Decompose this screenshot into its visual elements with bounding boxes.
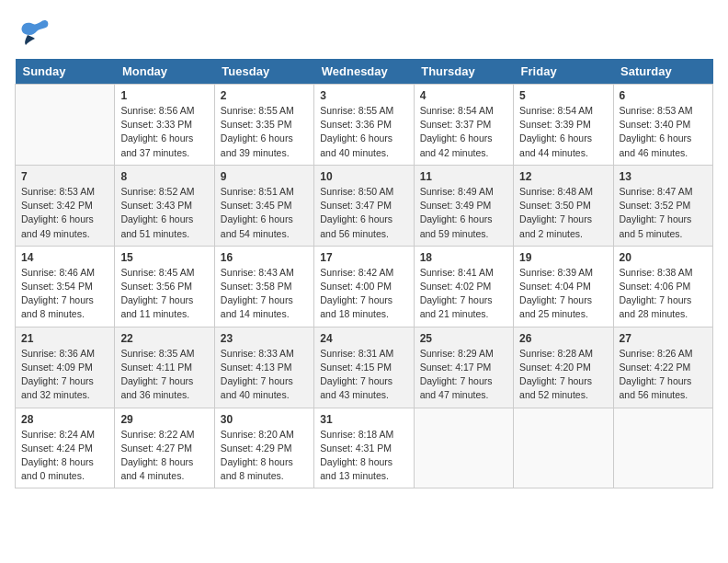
- day-info: Sunrise: 8:46 AMSunset: 3:54 PMDaylight:…: [21, 266, 108, 322]
- day-info: Sunrise: 8:51 AMSunset: 3:45 PMDaylight:…: [221, 185, 308, 241]
- day-info: Sunrise: 8:43 AMSunset: 3:58 PMDaylight:…: [221, 266, 308, 322]
- day-info: Sunrise: 8:41 AMSunset: 4:02 PMDaylight:…: [420, 266, 507, 322]
- day-number: 12: [519, 170, 607, 183]
- calendar-week-row: 28Sunrise: 8:24 AMSunset: 4:24 PMDayligh…: [16, 408, 713, 488]
- calendar-week-row: 1Sunrise: 8:56 AMSunset: 3:33 PMDaylight…: [16, 85, 713, 166]
- day-number: 17: [320, 251, 407, 264]
- calendar-cell: 23Sunrise: 8:33 AMSunset: 4:13 PMDayligh…: [214, 327, 313, 408]
- calendar-cell: 15Sunrise: 8:45 AMSunset: 3:56 PMDayligh…: [115, 246, 214, 327]
- weekday-header-friday: Friday: [514, 59, 613, 85]
- day-number: 11: [420, 170, 507, 183]
- day-number: 20: [620, 251, 707, 264]
- day-number: 21: [21, 332, 108, 345]
- calendar-cell: 25Sunrise: 8:29 AMSunset: 4:17 PMDayligh…: [414, 327, 513, 408]
- day-number: 16: [221, 251, 308, 264]
- day-number: 5: [519, 89, 607, 102]
- day-number: 28: [21, 413, 108, 426]
- day-number: 2: [221, 89, 308, 102]
- day-info: Sunrise: 8:47 AMSunset: 3:52 PMDaylight:…: [620, 185, 707, 241]
- day-number: 10: [320, 170, 407, 183]
- logo-icon: [15, 15, 51, 52]
- day-info: Sunrise: 8:52 AMSunset: 3:43 PMDaylight:…: [120, 185, 208, 241]
- day-info: Sunrise: 8:35 AMSunset: 4:11 PMDaylight:…: [120, 347, 208, 403]
- calendar-cell: 8Sunrise: 8:52 AMSunset: 3:43 PMDaylight…: [115, 165, 214, 246]
- day-info: Sunrise: 8:26 AMSunset: 4:22 PMDaylight:…: [620, 347, 707, 403]
- day-info: Sunrise: 8:22 AMSunset: 4:27 PMDaylight:…: [120, 428, 208, 484]
- day-number: 4: [420, 89, 507, 102]
- day-info: Sunrise: 8:42 AMSunset: 4:00 PMDaylight:…: [320, 266, 407, 322]
- calendar-cell: 3Sunrise: 8:55 AMSunset: 3:36 PMDaylight…: [314, 85, 414, 166]
- calendar-body: 1Sunrise: 8:56 AMSunset: 3:33 PMDaylight…: [16, 85, 713, 488]
- calendar-cell: 13Sunrise: 8:47 AMSunset: 3:52 PMDayligh…: [613, 165, 712, 246]
- day-info: Sunrise: 8:56 AMSunset: 3:33 PMDaylight:…: [120, 104, 208, 160]
- calendar-cell: 2Sunrise: 8:55 AMSunset: 3:35 PMDaylight…: [214, 85, 313, 166]
- weekday-header-row: SundayMondayTuesdayWednesdayThursdayFrid…: [16, 59, 713, 85]
- day-number: 18: [420, 251, 507, 264]
- day-info: Sunrise: 8:45 AMSunset: 3:56 PMDaylight:…: [120, 266, 208, 322]
- day-info: Sunrise: 8:50 AMSunset: 3:47 PMDaylight:…: [320, 185, 407, 241]
- day-info: Sunrise: 8:29 AMSunset: 4:17 PMDaylight:…: [420, 347, 507, 403]
- day-number: 25: [420, 332, 507, 345]
- day-number: 31: [320, 413, 407, 426]
- day-number: 19: [519, 251, 607, 264]
- calendar-cell: 20Sunrise: 8:38 AMSunset: 4:06 PMDayligh…: [613, 246, 712, 327]
- day-number: 15: [120, 251, 208, 264]
- day-number: 6: [620, 89, 707, 102]
- day-info: Sunrise: 8:33 AMSunset: 4:13 PMDaylight:…: [221, 347, 308, 403]
- day-number: 13: [620, 170, 707, 183]
- day-info: Sunrise: 8:53 AMSunset: 3:40 PMDaylight:…: [620, 104, 707, 160]
- calendar-cell: 31Sunrise: 8:18 AMSunset: 4:31 PMDayligh…: [314, 408, 414, 488]
- calendar-cell: 22Sunrise: 8:35 AMSunset: 4:11 PMDayligh…: [115, 327, 214, 408]
- day-number: 9: [221, 170, 308, 183]
- day-info: Sunrise: 8:20 AMSunset: 4:29 PMDaylight:…: [221, 428, 308, 484]
- calendar-cell: [613, 408, 712, 488]
- day-info: Sunrise: 8:48 AMSunset: 3:50 PMDaylight:…: [519, 185, 607, 241]
- day-number: 8: [120, 170, 208, 183]
- calendar-cell: [514, 408, 613, 488]
- day-info: Sunrise: 8:53 AMSunset: 3:42 PMDaylight:…: [21, 185, 108, 241]
- day-number: 26: [519, 332, 607, 345]
- day-info: Sunrise: 8:38 AMSunset: 4:06 PMDaylight:…: [620, 266, 707, 322]
- day-info: Sunrise: 8:54 AMSunset: 3:37 PMDaylight:…: [420, 104, 507, 160]
- calendar-cell: 4Sunrise: 8:54 AMSunset: 3:37 PMDaylight…: [414, 85, 513, 166]
- calendar-cell: 30Sunrise: 8:20 AMSunset: 4:29 PMDayligh…: [214, 408, 313, 488]
- calendar-cell: 14Sunrise: 8:46 AMSunset: 3:54 PMDayligh…: [16, 246, 115, 327]
- header: [15, 15, 713, 52]
- day-number: 22: [120, 332, 208, 345]
- day-info: Sunrise: 8:39 AMSunset: 4:04 PMDaylight:…: [519, 266, 607, 322]
- calendar-cell: 17Sunrise: 8:42 AMSunset: 4:00 PMDayligh…: [314, 246, 414, 327]
- weekday-header-saturday: Saturday: [613, 59, 712, 85]
- weekday-header-wednesday: Wednesday: [314, 59, 414, 85]
- calendar-cell: [414, 408, 513, 488]
- calendar-cell: 28Sunrise: 8:24 AMSunset: 4:24 PMDayligh…: [16, 408, 115, 488]
- weekday-header-monday: Monday: [115, 59, 214, 85]
- weekday-header-sunday: Sunday: [16, 59, 115, 85]
- day-number: 3: [320, 89, 407, 102]
- calendar-cell: 5Sunrise: 8:54 AMSunset: 3:39 PMDaylight…: [514, 85, 613, 166]
- calendar-cell: 24Sunrise: 8:31 AMSunset: 4:15 PMDayligh…: [314, 327, 414, 408]
- calendar-table: SundayMondayTuesdayWednesdayThursdayFrid…: [15, 59, 713, 488]
- calendar-cell: 18Sunrise: 8:41 AMSunset: 4:02 PMDayligh…: [414, 246, 513, 327]
- weekday-header-tuesday: Tuesday: [214, 59, 313, 85]
- logo: [15, 15, 55, 52]
- day-number: 27: [620, 332, 707, 345]
- calendar-week-row: 7Sunrise: 8:53 AMSunset: 3:42 PMDaylight…: [16, 165, 713, 246]
- day-number: 29: [120, 413, 208, 426]
- day-info: Sunrise: 8:24 AMSunset: 4:24 PMDaylight:…: [21, 428, 108, 484]
- day-info: Sunrise: 8:49 AMSunset: 3:49 PMDaylight:…: [420, 185, 507, 241]
- day-info: Sunrise: 8:18 AMSunset: 4:31 PMDaylight:…: [320, 428, 407, 484]
- calendar-cell: 29Sunrise: 8:22 AMSunset: 4:27 PMDayligh…: [115, 408, 214, 488]
- calendar-week-row: 14Sunrise: 8:46 AMSunset: 3:54 PMDayligh…: [16, 246, 713, 327]
- calendar-cell: 16Sunrise: 8:43 AMSunset: 3:58 PMDayligh…: [214, 246, 313, 327]
- day-number: 30: [221, 413, 308, 426]
- calendar-cell: 26Sunrise: 8:28 AMSunset: 4:20 PMDayligh…: [514, 327, 613, 408]
- day-info: Sunrise: 8:55 AMSunset: 3:35 PMDaylight:…: [221, 104, 308, 160]
- day-info: Sunrise: 8:55 AMSunset: 3:36 PMDaylight:…: [320, 104, 407, 160]
- calendar-cell: 27Sunrise: 8:26 AMSunset: 4:22 PMDayligh…: [613, 327, 712, 408]
- day-info: Sunrise: 8:28 AMSunset: 4:20 PMDaylight:…: [519, 347, 607, 403]
- day-number: 1: [120, 89, 208, 102]
- calendar-cell: 12Sunrise: 8:48 AMSunset: 3:50 PMDayligh…: [514, 165, 613, 246]
- calendar-cell: 7Sunrise: 8:53 AMSunset: 3:42 PMDaylight…: [16, 165, 115, 246]
- calendar-cell: 1Sunrise: 8:56 AMSunset: 3:33 PMDaylight…: [115, 85, 214, 166]
- day-number: 23: [221, 332, 308, 345]
